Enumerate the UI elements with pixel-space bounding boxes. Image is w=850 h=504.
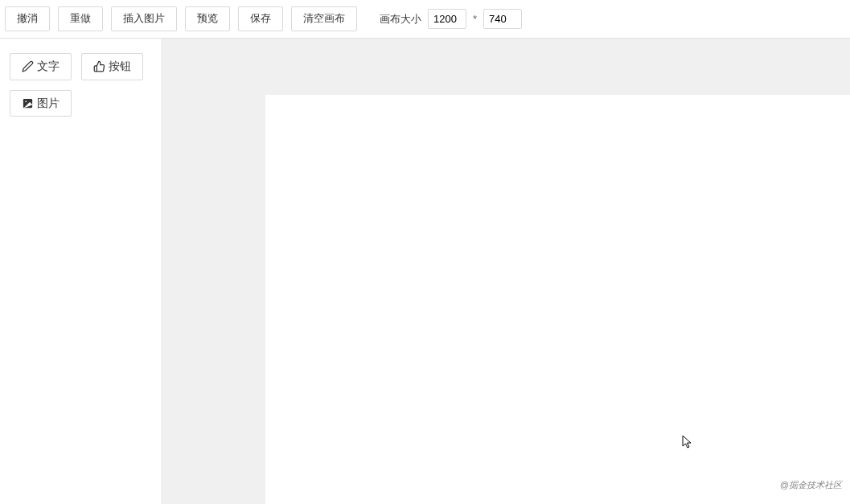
canvas[interactable] [265, 95, 850, 504]
canvas-width-input[interactable] [428, 9, 466, 29]
watermark: @掘金技术社区 [780, 479, 842, 491]
clear-canvas-button[interactable]: 清空画布 [291, 6, 357, 31]
undo-button[interactable]: 撤消 [5, 6, 50, 31]
canvas-area[interactable] [161, 39, 850, 504]
toolbar: 撤消 重做 插入图片 预览 保存 清空画布 画布大小 * [0, 0, 850, 39]
canvas-size-label: 画布大小 [380, 12, 421, 27]
image-tool-label: 图片 [37, 96, 60, 112]
preview-button[interactable]: 预览 [185, 6, 230, 31]
thumbs-up-icon [93, 60, 105, 72]
redo-button[interactable]: 重做 [58, 6, 103, 31]
svg-point-1 [25, 100, 27, 102]
main-area: 文字 按钮 图片 [0, 39, 850, 504]
image-tool-button[interactable]: 图片 [10, 90, 72, 117]
size-separator: * [473, 13, 477, 25]
image-icon [22, 97, 34, 109]
tools-sidebar: 文字 按钮 图片 [0, 39, 161, 504]
save-button[interactable]: 保存 [238, 6, 283, 31]
text-tool-label: 文字 [37, 59, 60, 75]
text-tool-button[interactable]: 文字 [10, 53, 72, 80]
edit-icon [22, 60, 34, 72]
canvas-size-group: 画布大小 * [380, 9, 522, 29]
canvas-height-input[interactable] [483, 9, 522, 29]
button-tool-label: 按钮 [109, 59, 131, 75]
button-tool-button[interactable]: 按钮 [81, 53, 143, 80]
insert-image-button[interactable]: 插入图片 [111, 6, 177, 31]
